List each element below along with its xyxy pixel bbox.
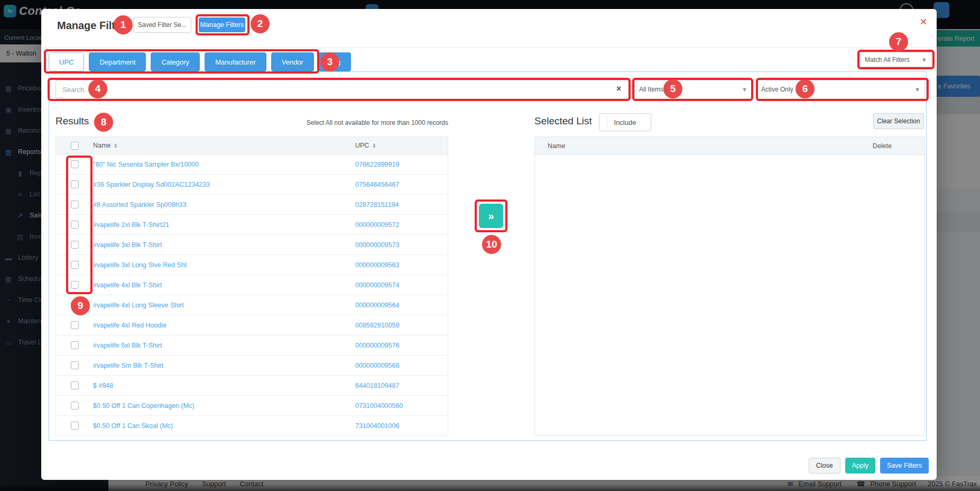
tab-vendor[interactable]: Vendor (271, 52, 314, 71)
select-all-checkbox[interactable] (71, 142, 79, 150)
item-name-link[interactable]: #vapelife Sm Blk T-Shirt (93, 362, 163, 369)
item-upc-link[interactable]: 644018109487 (355, 382, 399, 389)
column-header-upc[interactable]: UPC ▲▼ (355, 142, 448, 149)
item-upc-link[interactable]: 008592910059 (355, 322, 399, 329)
item-name-link[interactable]: #vapelife 5xl Blk T-Shirt (93, 342, 162, 349)
item-upc-link[interactable]: 000000009568 (355, 362, 399, 369)
row-checkbox[interactable] (71, 321, 79, 329)
row-checkbox[interactable] (71, 361, 79, 369)
clear-search-icon[interactable]: × (616, 84, 621, 94)
select-all-note: Select All not available for more than 1… (56, 119, 448, 126)
selected-list-table: Name Delete (534, 137, 925, 436)
table-row: #vapelife 3xl Blk T-Shirt000000009573 (56, 235, 448, 255)
move-to-selected-button[interactable]: » (479, 204, 503, 228)
items-filter-select[interactable]: All Items ▼ (634, 80, 752, 99)
item-name-link[interactable]: #vapelife 3xl Blk T-Shirt (93, 241, 162, 249)
item-upc-link[interactable]: 000000009573 (355, 241, 399, 249)
item-upc-link[interactable]: 731004001006 (355, 422, 399, 430)
item-upc-link[interactable]: 0731004000560 (355, 402, 403, 410)
table-row: #36 Sparkler Display Sd002AC123423307564… (56, 175, 448, 195)
item-upc-link[interactable]: 028728151194 (355, 201, 399, 208)
tab-scroll-right-icon[interactable]: › (932, 56, 936, 67)
results-table: Name ▲▼ UPC ▲▼ "60" Nic Sesenta Sampler … (56, 137, 448, 436)
save-filters-button[interactable]: Save Filters (880, 458, 929, 474)
results-table-body: "60" Nic Sesenta Sampler Bx/100000766228… (56, 154, 448, 436)
item-name-link[interactable]: $0.50 Off 1 Can Skoal (Mc) (93, 422, 173, 430)
row-checkbox[interactable] (71, 180, 79, 188)
active-filter-select[interactable]: Active Only ▼ (756, 80, 925, 99)
manage-filters-button[interactable]: Manage Filters (199, 17, 245, 32)
table-row: #vapelife 4xl Red Hoodie008592910059 (56, 315, 448, 335)
item-upc-link[interactable]: 000000009574 (355, 281, 399, 289)
row-checkbox[interactable] (71, 402, 79, 410)
tab-manufacturer[interactable]: Manufacturer (205, 52, 266, 71)
table-row: $ #948644018109487 (56, 376, 448, 396)
chevron-down-icon: ▼ (914, 86, 920, 93)
item-upc-link[interactable]: 075646456467 (355, 181, 399, 188)
tab-department[interactable]: Department (89, 52, 146, 71)
item-name-link[interactable]: #vapelife 4xl Red Hoodie (93, 322, 167, 329)
chevron-down-icon: ▼ (742, 86, 747, 93)
row-checkbox[interactable] (71, 241, 79, 249)
item-upc-link[interactable]: 000000009572 (355, 221, 399, 229)
close-button[interactable]: Close (809, 458, 840, 474)
item-upc-link[interactable]: 076622899919 (355, 161, 399, 168)
tab-upc[interactable]: UPC (49, 52, 84, 71)
search-input[interactable] (56, 80, 629, 99)
sort-icon: ▲▼ (114, 143, 117, 148)
row-checkbox[interactable] (71, 281, 79, 289)
column-header-name: Name (535, 142, 565, 150)
table-row: #vapelife 3xl Long Slve Red Sht000000009… (56, 255, 448, 275)
chevron-down-icon: ▼ (921, 57, 927, 63)
item-name-link[interactable]: #vapelife 3xl Long Slve Red Sht (93, 261, 187, 269)
apply-button[interactable]: Apply (845, 458, 875, 474)
selected-list-title: Selected List (534, 115, 592, 127)
row-checkbox[interactable] (71, 381, 79, 389)
table-row: #vapelife 4xl Blk T-Shirt000000009574 (56, 275, 448, 295)
item-name-link[interactable]: $ #948 (93, 382, 113, 389)
row-checkbox[interactable] (71, 221, 79, 229)
table-row: $0.50 Off 1 Can Skoal (Mc)731004001006 (56, 416, 448, 436)
item-name-link[interactable]: #8 Assorted Sparkler Sp008h33 (93, 201, 187, 208)
row-checkbox[interactable] (71, 422, 79, 430)
table-row: #vapelife Sm Blk T-Shirt000000009568 (56, 356, 448, 376)
saved-filter-select[interactable]: Saved Filter Se... ▼ (133, 17, 191, 33)
tab-strip: UPCDepartmentCategoryManufacturerVendorT… (49, 52, 351, 71)
item-name-link[interactable]: #vapelife 4xl Long Sleeve Shirt (93, 302, 184, 309)
screen: ftx Control Ce erate Report e Favorites … (0, 0, 980, 491)
row-checkbox[interactable] (71, 160, 79, 168)
item-upc-link[interactable]: 000000009563 (355, 261, 399, 269)
column-header-delete: Delete (873, 142, 892, 150)
row-checkbox[interactable] (71, 261, 79, 269)
manage-filters-modal: Manage Filters Saved Filter Se... ▼ Mana… (41, 9, 937, 480)
divider (41, 47, 937, 48)
table-row: "60" Nic Sesenta Sampler Bx/100000766228… (56, 154, 448, 175)
sort-icon: ▲▼ (372, 143, 376, 148)
item-name-link[interactable]: "60" Nic Sesenta Sampler Bx/10000 (93, 161, 199, 168)
row-checkbox[interactable] (71, 201, 79, 208)
table-row: #vapelife 4xl Long Sleeve Shirt000000009… (56, 295, 448, 315)
item-name-link[interactable]: #vapelife 4xl Blk T-Shirt (93, 281, 162, 289)
selected-table-header: Name Delete (535, 137, 924, 155)
results-table-header: Name ▲▼ UPC ▲▼ (56, 137, 448, 154)
item-name-link[interactable]: $0.50 Off 1 Can Copenhagen (Mc) (93, 402, 195, 410)
item-upc-link[interactable]: 000000009564 (355, 302, 399, 309)
table-row: #8 Assorted Sparkler Sp008h3302872815119… (56, 195, 448, 215)
item-name-link[interactable]: #vapelife 2xl Blk T-Shirt21 (93, 221, 169, 229)
tab-category[interactable]: Category (151, 52, 200, 71)
row-checkbox[interactable] (71, 341, 79, 349)
row-checkbox[interactable] (71, 301, 79, 309)
close-icon[interactable]: × (920, 15, 927, 28)
tab-scroll-left-icon[interactable]: ‹ (43, 56, 47, 67)
tab-tag[interactable]: Tag (319, 52, 351, 71)
item-upc-link[interactable]: 000000009576 (355, 342, 399, 349)
table-row: #vapelife 2xl Blk T-Shirt21000000009572 (56, 215, 448, 235)
annotation-badge-2: 2 (251, 14, 270, 33)
column-header-name[interactable]: Name ▲▼ (93, 142, 355, 149)
include-button[interactable]: Include (599, 113, 651, 131)
item-name-link[interactable]: #36 Sparkler Display Sd002AC1234233 (93, 181, 210, 188)
table-row: $0.50 Off 1 Can Copenhagen (Mc)073100400… (56, 396, 448, 416)
clear-selection-button[interactable]: Clear Selection (873, 113, 924, 129)
match-filters-select[interactable]: Match All Filters ▼ (860, 52, 932, 67)
chevron-down-icon: ▼ (190, 22, 191, 28)
